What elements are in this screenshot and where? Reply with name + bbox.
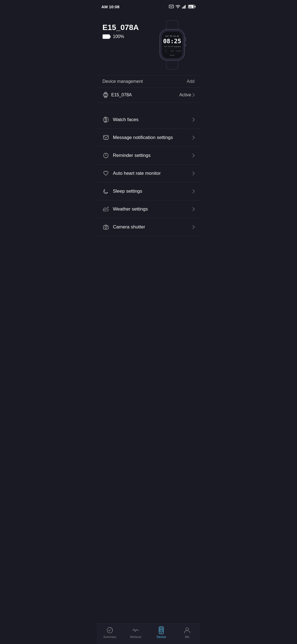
svg-rect-15: [185, 37, 186, 42]
camera-label: Camera shutter: [113, 224, 145, 230]
svg-rect-0: [169, 5, 174, 8]
chevron-right-icon: [193, 93, 195, 97]
svg-rect-2: [182, 7, 183, 9]
menu-item-watch-faces-left: Watch faces: [103, 116, 139, 123]
device-status-right: Active: [179, 92, 195, 97]
chevron-right-reminder: [193, 154, 195, 157]
menu-item-camera-left: Camera shutter: [103, 224, 145, 230]
device-management-title: Device management: [103, 79, 143, 84]
svg-rect-4: [184, 6, 185, 9]
camera-icon: [103, 224, 109, 230]
svg-rect-11: [110, 36, 111, 38]
svg-point-40: [106, 155, 106, 156]
svg-rect-30: [104, 94, 107, 96]
device-header: E15_078A 100%: [97, 12, 200, 75]
device-row[interactable]: E15_078A Active: [97, 87, 200, 103]
menu-item-sleep-left: Sleep settings: [103, 188, 142, 195]
battery-full-icon: [103, 34, 111, 39]
menu-item-heart-left: Auto heart rate monitor: [103, 170, 161, 177]
heart-rate-icon: [103, 170, 109, 177]
menu-item-reminder[interactable]: Reminder settings: [97, 147, 200, 165]
sleep-label: Sleep settings: [113, 189, 142, 194]
svg-rect-50: [160, 628, 163, 632]
svg-point-45: [107, 226, 108, 227]
chevron-right-heart: [193, 171, 195, 175]
sleep-icon: [103, 188, 109, 195]
weather-icon: [103, 206, 109, 212]
svg-point-1: [177, 8, 178, 8]
menu-list: Watch faces Message notification setting…: [97, 111, 200, 236]
status-bar: AM 10:08: [97, 0, 200, 12]
bottom-nav: Summary Workout Device: [97, 623, 200, 644]
svg-text:8005: 8005: [170, 50, 174, 52]
message-notification-icon: [103, 134, 109, 141]
chevron-right-weather: [193, 207, 195, 211]
svg-line-36: [106, 120, 106, 120]
device-name: E15_078A: [103, 23, 139, 32]
nav-item-me[interactable]: Me: [179, 626, 196, 638]
menu-item-reminder-left: Reminder settings: [103, 152, 151, 159]
watch-svg: SAT PM 04.06 08:25 100% BATTERY ■ ■ ■ ■ …: [152, 19, 193, 71]
svg-text:6500000: 6500000: [175, 50, 181, 52]
menu-item-weather-left: Weather settings: [103, 206, 148, 212]
svg-rect-43: [103, 226, 108, 229]
chevron-right-sleep: [193, 189, 195, 193]
device-nav-label: Device: [157, 635, 166, 638]
message-status-icon: [169, 5, 174, 9]
summary-nav-label: Summary: [103, 635, 116, 638]
device-info: E15_078A 100%: [103, 18, 139, 39]
svg-rect-37: [103, 135, 108, 139]
svg-rect-7: [195, 6, 196, 7]
menu-item-camera[interactable]: Camera shutter: [97, 218, 200, 236]
svg-text:100% BATTERY ■ ■ ■ ■: 100% BATTERY ■ ■ ■ ■: [164, 46, 180, 47]
chevron-right-watch-faces: [193, 118, 195, 122]
menu-item-message-notification[interactable]: Message notification settings: [97, 129, 200, 147]
menu-item-sleep[interactable]: Sleep settings: [97, 182, 200, 200]
smartwatch-icon: [103, 92, 109, 98]
svg-point-42: [104, 208, 106, 210]
watch-faces-label: Watch faces: [113, 117, 139, 122]
workout-nav-icon: [132, 626, 139, 634]
menu-item-weather[interactable]: Weather settings: [97, 200, 200, 218]
battery-row: 100%: [103, 34, 139, 39]
svg-text:741: 741: [164, 50, 167, 52]
status-time: AM 10:08: [101, 4, 120, 9]
chevron-right-message: [193, 136, 195, 140]
workout-nav-label: Workout: [130, 635, 141, 638]
svg-rect-5: [185, 5, 186, 9]
nav-item-workout[interactable]: Workout: [127, 626, 144, 638]
heart-rate-label: Auto heart rate monitor: [113, 171, 161, 176]
nav-item-device[interactable]: Device: [153, 626, 170, 638]
svg-point-51: [186, 628, 189, 631]
battery-percentage: 100%: [113, 34, 124, 39]
me-nav-icon: [183, 626, 191, 634]
device-status-text: Active: [179, 92, 191, 97]
svg-text:85: 85: [189, 6, 192, 8]
svg-rect-16: [185, 43, 186, 47]
summary-nav-icon: [106, 626, 114, 634]
device-row-name: E15_078A: [111, 92, 132, 97]
svg-text:08:25: 08:25: [163, 38, 181, 45]
menu-item-heart-rate[interactable]: Auto heart rate monitor: [97, 165, 200, 182]
svg-rect-10: [103, 35, 109, 39]
device-management-header: Device management Add: [97, 75, 200, 87]
weather-label: Weather settings: [113, 206, 148, 212]
svg-point-44: [105, 227, 107, 228]
status-icons: 85: [169, 5, 196, 9]
menu-item-message-left: Message notification settings: [103, 134, 173, 141]
battery-status-icon: 85: [188, 5, 196, 9]
device-nav-icon: [158, 626, 165, 634]
chevron-right-camera: [193, 225, 195, 229]
signal-icon: [182, 5, 186, 9]
watch-faces-icon: [103, 116, 109, 123]
svg-text:SAT PM 04.06: SAT PM 04.06: [165, 35, 179, 37]
message-notification-label: Message notification settings: [113, 135, 173, 140]
menu-item-watch-faces[interactable]: Watch faces: [97, 111, 200, 129]
reminder-icon: [103, 152, 109, 159]
reminder-label: Reminder settings: [113, 153, 151, 158]
device-row-left: E15_078A: [103, 92, 132, 98]
nav-item-summary[interactable]: Summary: [101, 626, 118, 638]
svg-rect-29: [103, 93, 108, 97]
add-device-button[interactable]: Add: [187, 79, 194, 84]
watch-image: SAT PM 04.06 08:25 100% BATTERY ■ ■ ■ ■ …: [151, 18, 195, 73]
